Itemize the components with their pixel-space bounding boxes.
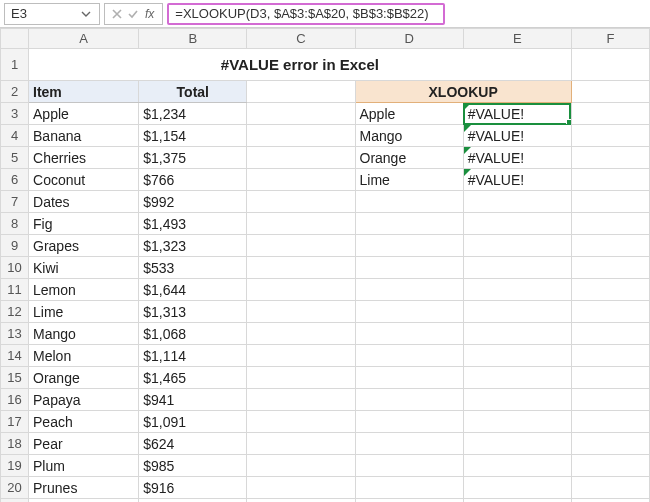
cell[interactable] bbox=[355, 367, 463, 389]
cell-total[interactable]: $1,493 bbox=[139, 213, 247, 235]
cell[interactable] bbox=[247, 301, 355, 323]
cell-item[interactable]: Apple bbox=[29, 103, 139, 125]
cell[interactable] bbox=[463, 257, 571, 279]
row-header[interactable]: 6 bbox=[1, 169, 29, 191]
cell[interactable] bbox=[571, 213, 649, 235]
cell[interactable] bbox=[463, 301, 571, 323]
cell[interactable] bbox=[571, 455, 649, 477]
cell-item[interactable]: Fig bbox=[29, 213, 139, 235]
cell[interactable] bbox=[355, 323, 463, 345]
cell[interactable] bbox=[463, 433, 571, 455]
cell-total[interactable]: $941 bbox=[139, 389, 247, 411]
cell[interactable] bbox=[571, 81, 649, 103]
cell-item[interactable]: Peach bbox=[29, 411, 139, 433]
cell-total[interactable]: $1,465 bbox=[139, 367, 247, 389]
cell[interactable] bbox=[29, 499, 139, 503]
cell-item[interactable]: Pear bbox=[29, 433, 139, 455]
row-header[interactable]: 21 bbox=[1, 499, 29, 503]
cell[interactable] bbox=[355, 301, 463, 323]
cell[interactable] bbox=[247, 345, 355, 367]
cell[interactable] bbox=[247, 125, 355, 147]
cell-item[interactable]: Banana bbox=[29, 125, 139, 147]
cell[interactable] bbox=[463, 455, 571, 477]
row-header[interactable]: 16 bbox=[1, 389, 29, 411]
cell[interactable] bbox=[247, 455, 355, 477]
cell[interactable] bbox=[355, 279, 463, 301]
cell[interactable] bbox=[463, 191, 571, 213]
cell[interactable] bbox=[355, 455, 463, 477]
cell[interactable] bbox=[571, 279, 649, 301]
cell[interactable] bbox=[247, 323, 355, 345]
cell[interactable] bbox=[247, 257, 355, 279]
cell[interactable] bbox=[247, 279, 355, 301]
select-all-corner[interactable] bbox=[1, 29, 29, 49]
header-total[interactable]: Total bbox=[139, 81, 247, 103]
cell[interactable] bbox=[571, 125, 649, 147]
cell[interactable] bbox=[355, 213, 463, 235]
cell-item[interactable]: Coconut bbox=[29, 169, 139, 191]
row-header[interactable]: 19 bbox=[1, 455, 29, 477]
row-header[interactable]: 5 bbox=[1, 147, 29, 169]
cell[interactable] bbox=[247, 499, 355, 503]
cell[interactable] bbox=[355, 433, 463, 455]
cell[interactable] bbox=[571, 49, 649, 81]
cell[interactable] bbox=[571, 169, 649, 191]
row-header[interactable]: 14 bbox=[1, 345, 29, 367]
row-header[interactable]: 20 bbox=[1, 477, 29, 499]
cell[interactable] bbox=[247, 433, 355, 455]
lookup-result[interactable]: #VALUE! bbox=[463, 169, 571, 191]
cell-total[interactable]: $1,068 bbox=[139, 323, 247, 345]
cell[interactable] bbox=[571, 433, 649, 455]
cancel-icon[interactable] bbox=[111, 8, 123, 20]
cell-item[interactable]: Plum bbox=[29, 455, 139, 477]
cell[interactable] bbox=[571, 477, 649, 499]
cell[interactable] bbox=[355, 499, 463, 503]
cell[interactable] bbox=[247, 235, 355, 257]
cell[interactable] bbox=[247, 367, 355, 389]
header-item[interactable]: Item bbox=[29, 81, 139, 103]
lookup-key[interactable]: Apple bbox=[355, 103, 463, 125]
cell[interactable] bbox=[571, 389, 649, 411]
cell-total[interactable]: $533 bbox=[139, 257, 247, 279]
cell[interactable] bbox=[247, 213, 355, 235]
cell-item[interactable]: Orange bbox=[29, 367, 139, 389]
cell[interactable] bbox=[463, 213, 571, 235]
row-header[interactable]: 17 bbox=[1, 411, 29, 433]
lookup-result[interactable]: #VALUE! bbox=[463, 147, 571, 169]
col-header-B[interactable]: B bbox=[139, 29, 247, 49]
cell-total[interactable]: $766 bbox=[139, 169, 247, 191]
cell[interactable] bbox=[463, 235, 571, 257]
cell[interactable] bbox=[355, 345, 463, 367]
cell-total[interactable]: $1,154 bbox=[139, 125, 247, 147]
spreadsheet-grid[interactable]: A B C D E F 1 #VALUE error in Excel 2 It… bbox=[0, 28, 650, 502]
cell[interactable] bbox=[355, 191, 463, 213]
cell[interactable] bbox=[247, 147, 355, 169]
cell[interactable] bbox=[571, 499, 649, 503]
cell-total[interactable]: $1,091 bbox=[139, 411, 247, 433]
cell-item[interactable]: Mango bbox=[29, 323, 139, 345]
cell[interactable] bbox=[571, 301, 649, 323]
row-header[interactable]: 15 bbox=[1, 367, 29, 389]
row-header[interactable]: 1 bbox=[1, 49, 29, 81]
cell[interactable] bbox=[571, 103, 649, 125]
row-header[interactable]: 13 bbox=[1, 323, 29, 345]
cell[interactable] bbox=[355, 411, 463, 433]
chevron-down-icon[interactable] bbox=[79, 7, 93, 21]
cell[interactable] bbox=[463, 477, 571, 499]
cell[interactable] bbox=[355, 235, 463, 257]
col-header-D[interactable]: D bbox=[355, 29, 463, 49]
cell[interactable] bbox=[247, 103, 355, 125]
cell[interactable] bbox=[571, 323, 649, 345]
cell[interactable] bbox=[355, 389, 463, 411]
cell[interactable] bbox=[463, 367, 571, 389]
sheet-title[interactable]: #VALUE error in Excel bbox=[29, 49, 572, 81]
row-header[interactable]: 9 bbox=[1, 235, 29, 257]
cell[interactable] bbox=[463, 279, 571, 301]
row-header[interactable]: 8 bbox=[1, 213, 29, 235]
fx-icon[interactable]: fx bbox=[143, 7, 156, 21]
formula-input[interactable] bbox=[169, 5, 439, 23]
row-header[interactable]: 11 bbox=[1, 279, 29, 301]
lookup-key[interactable]: Mango bbox=[355, 125, 463, 147]
cell-item[interactable]: Prunes bbox=[29, 477, 139, 499]
cell-item[interactable]: Melon bbox=[29, 345, 139, 367]
